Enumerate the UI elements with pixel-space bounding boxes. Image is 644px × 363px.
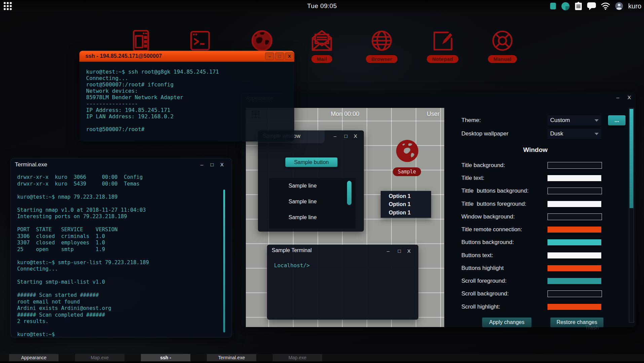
taskbar-item[interactable]: Appearance bbox=[9, 354, 59, 361]
color-setting-label: Window background: bbox=[461, 213, 515, 220]
menu-option[interactable]: Option 1 bbox=[381, 210, 431, 216]
wallpaper-value: Dusk bbox=[550, 130, 595, 137]
color-swatch[interactable] bbox=[547, 175, 601, 181]
color-setting-label: Scroll highlight: bbox=[461, 304, 500, 310]
window-title: Sample Terminal bbox=[272, 247, 312, 253]
theme-value: Custom bbox=[550, 117, 595, 124]
taskbar-item[interactable]: Map.exe bbox=[273, 354, 322, 361]
disk-usage-icon[interactable] bbox=[561, 2, 570, 10]
color-setting-label: Buttons background: bbox=[461, 239, 514, 246]
sample-button[interactable]: Sample button bbox=[285, 157, 338, 167]
desktop-icon-map[interactable] bbox=[243, 28, 280, 53]
map-icon bbox=[250, 28, 274, 53]
maximize-button[interactable]: □ bbox=[275, 52, 284, 60]
minimize-button[interactable]: – bbox=[265, 52, 274, 60]
clock: Tue 09:05 bbox=[307, 2, 337, 10]
terminal-output: drwxr-xr-x kuro 3066 00:00 Config drwxr-… bbox=[17, 174, 149, 338]
sample-line: Sample line bbox=[289, 213, 356, 222]
sample-terminal-window: Sample Terminal – □ X Localhost/> bbox=[267, 245, 418, 320]
menu-option[interactable]: Option 1 bbox=[381, 193, 431, 199]
system-tray: kuro bbox=[550, 0, 641, 12]
color-setting-label: Buttons highlight bbox=[461, 265, 504, 272]
window-title: Terminal.exe bbox=[15, 161, 47, 168]
storage-icon[interactable] bbox=[550, 2, 556, 10]
theme-dropdown[interactable]: Custom bbox=[547, 115, 601, 125]
user-avatar-icon[interactable] bbox=[615, 2, 623, 10]
wifi-icon[interactable] bbox=[601, 2, 610, 10]
top-bar: Tue 09:05 kuro bbox=[0, 0, 644, 12]
close-button[interactable]: X bbox=[285, 52, 294, 60]
color-swatch[interactable] bbox=[547, 290, 602, 297]
color-swatch[interactable] bbox=[547, 265, 601, 271]
scrollbar-thumb[interactable] bbox=[223, 190, 225, 332]
browser-icon bbox=[369, 28, 394, 53]
preview-username: User bbox=[427, 111, 440, 118]
color-swatch[interactable] bbox=[547, 162, 602, 169]
manual-icon bbox=[490, 28, 515, 53]
sample-list: Sample lineSample lineSample line bbox=[269, 178, 356, 229]
desktop-icon-manual[interactable]: Manual bbox=[484, 28, 521, 63]
color-swatch[interactable] bbox=[547, 304, 601, 310]
scrollbar-track[interactable] bbox=[629, 108, 634, 323]
close-button[interactable]: X bbox=[220, 162, 224, 167]
window-section-title: Window bbox=[461, 146, 609, 154]
scrollbar-thumb[interactable] bbox=[630, 109, 633, 208]
color-setting-label: Buttons text: bbox=[461, 252, 493, 259]
icon-label: Mail bbox=[311, 55, 332, 63]
apply-changes-button[interactable]: Apply changes bbox=[482, 317, 532, 327]
icon-label: Manual bbox=[488, 55, 517, 63]
taskbar-item[interactable]: Map.exe bbox=[75, 354, 124, 361]
context-menu: Option 1Option 1Option 1 bbox=[381, 191, 431, 218]
color-setting-label: Scroll foreground: bbox=[461, 278, 506, 284]
username[interactable]: kuro bbox=[628, 2, 641, 10]
color-swatch[interactable] bbox=[547, 239, 601, 245]
minimize-button[interactable]: – bbox=[200, 162, 203, 167]
clipboard-icon[interactable] bbox=[575, 2, 582, 10]
wallpaper-dropdown[interactable]: Dusk bbox=[547, 129, 601, 139]
desktop: Tue 09:05 kuro bbox=[0, 0, 644, 363]
ssh-terminal-output: kuro@test:~$ ssh root@g8gk 194.85.245.17… bbox=[86, 69, 219, 132]
minimize-button[interactable]: – bbox=[334, 133, 336, 139]
desktop-icon-browser[interactable]: Browser bbox=[363, 28, 400, 63]
sample-line: Sample line bbox=[289, 182, 356, 190]
sample-line: Sample line bbox=[289, 197, 356, 206]
app-grid-icon[interactable] bbox=[3, 2, 12, 10]
color-setting-label: Title remote connection: bbox=[461, 226, 522, 233]
chat-icon[interactable] bbox=[587, 2, 596, 10]
taskbar-item[interactable]: ssh - bbox=[141, 354, 190, 361]
color-swatch[interactable] bbox=[547, 227, 601, 233]
sample-window: Sample window – □ X Sample button Sample… bbox=[258, 130, 364, 232]
minimize-button[interactable]: – bbox=[616, 94, 619, 100]
ssh-titlebar[interactable]: ssh - 194.85.245.171@500007 – □ X bbox=[79, 51, 294, 62]
terminal-prompt: Localhost/> bbox=[274, 262, 310, 269]
maximize-button[interactable]: □ bbox=[398, 248, 401, 254]
sample-globe-icon[interactable] bbox=[395, 139, 419, 163]
taskbar: AppearanceMap.exessh -Terminal.exeMap.ex… bbox=[0, 354, 644, 361]
menu-option[interactable]: Option 1 bbox=[381, 201, 431, 207]
taskbar-item[interactable]: Terminal.exe bbox=[207, 354, 256, 361]
color-setting-label: Title background: bbox=[461, 162, 505, 169]
color-swatch[interactable] bbox=[547, 252, 601, 258]
color-swatch[interactable] bbox=[547, 201, 601, 207]
color-setting-label: Tittle buttons background: bbox=[461, 188, 529, 194]
chevron-down-icon bbox=[595, 133, 599, 135]
minimize-button[interactable]: – bbox=[387, 248, 389, 254]
color-swatch[interactable] bbox=[547, 213, 602, 220]
close-button[interactable]: X bbox=[354, 133, 357, 139]
scrollbar-thumb[interactable] bbox=[347, 181, 351, 205]
color-setting-label: Tittle buttons foreground: bbox=[461, 201, 526, 207]
maximize-button[interactable]: □ bbox=[344, 133, 347, 139]
desktop-icon-mail[interactable]: Mail bbox=[303, 28, 340, 63]
color-swatch[interactable] bbox=[547, 188, 602, 194]
theme-more-button[interactable]: ... bbox=[608, 115, 626, 125]
maximize-button[interactable]: □ bbox=[211, 162, 214, 167]
desktop-icon-software[interactable] bbox=[122, 28, 159, 53]
close-button[interactable]: X bbox=[407, 248, 411, 254]
color-swatch[interactable] bbox=[547, 278, 601, 284]
ssh-window: ssh - 194.85.245.171@500007 – □ X kuro@t… bbox=[79, 51, 294, 142]
color-setting-label: Title text: bbox=[461, 175, 484, 182]
desktop-icon-terminal[interactable] bbox=[182, 28, 219, 53]
close-button[interactable]: X bbox=[628, 94, 631, 100]
desktop-icon-notepad[interactable]: Notepad bbox=[424, 28, 461, 63]
chevron-down-icon bbox=[595, 119, 599, 122]
